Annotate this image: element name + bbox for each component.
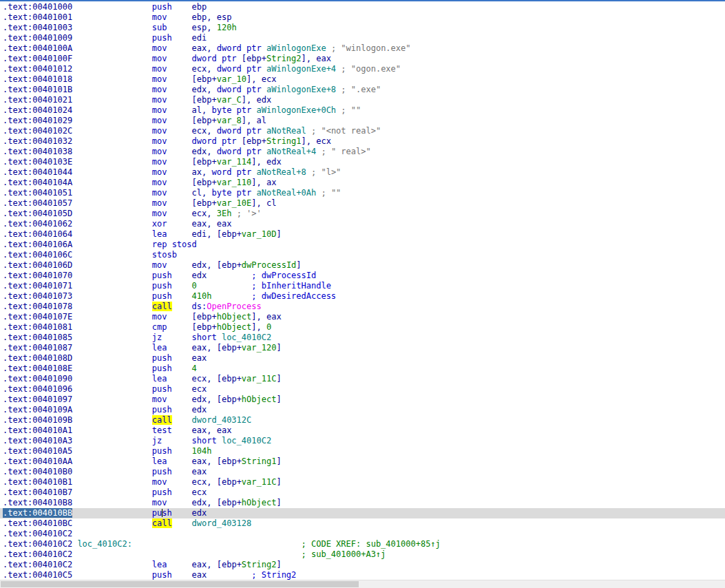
address-label[interactable]: .text:004010A5 [3,446,72,456]
address-label[interactable]: .text:00401071 [3,281,72,291]
disasm-line[interactable]: .text:00401029 mov [ebp+var_8], al [0,116,725,126]
disasm-line[interactable]: .text:004010BC call dword_403128 [0,518,725,529]
address-label[interactable]: .text:0040103E [3,157,72,167]
address-label[interactable]: .text:00401064 [3,229,72,239]
address-label[interactable]: .text:0040109B [3,415,72,425]
imported-function-name[interactable]: OpenProcess [207,302,261,311]
disasm-line[interactable]: .text:00401090 lea ecx, [ebp+var_11C] [0,374,725,384]
disasm-line[interactable]: .text:00401032 mov dword ptr [ebp+String… [0,136,725,147]
disasm-line[interactable]: .text:0040108E push 4 [0,364,725,374]
disasm-line[interactable]: .text:004010B1 mov ecx, [ebp+var_11C] [0,477,725,487]
disasm-line[interactable]: .text:0040103E mov [ebp+var_114], edx [0,157,725,167]
disasm-line[interactable]: .text:004010B8 mov edx, [ebp+hObject] [0,498,725,508]
label[interactable]: loc_4010C2: [77,539,132,549]
disasm-line[interactable]: .text:0040106C stosb [0,250,725,260]
disasm-line[interactable]: .text:00401085 jz short loc_4010C2 [0,333,725,343]
disasm-line[interactable]: .text:00401021 mov [ebp+var_C], edx [0,95,725,105]
disasm-line[interactable]: .text:00401009 push edi [0,33,725,43]
address-label[interactable]: .text:004010C5 [3,570,72,580]
address-label[interactable]: .text:0040108D [3,353,72,363]
disasm-line[interactable]: .text:0040109A push edx [0,405,725,415]
address-label[interactable]: .text:00401001 [3,12,72,22]
disasm-line[interactable]: .text:00401073 push 410h ; dwDesiredAcce… [0,291,725,302]
address-label[interactable]: .text:004010C2 [3,539,72,549]
address-label[interactable]: .text:004010B8 [3,498,72,507]
local-variable[interactable]: var_10E [217,198,252,208]
local-variable[interactable]: var_120 [242,343,277,353]
symbol-name[interactable]: aWinlogonExe+8 [266,85,336,94]
disasm-line[interactable]: .text:0040102C mov ecx, dword ptr aNotRe… [0,126,725,136]
disasm-line[interactable]: .text:00401070 push edx ; dwProcessId [0,271,725,281]
address-label[interactable]: .text:00401029 [3,116,72,125]
address-label[interactable]: .text:0040100F [3,54,72,63]
disasm-line[interactable]: .text:0040100F mov dword ptr [ebp+String… [0,54,725,64]
disasm-line[interactable]: .text:00401018 mov [ebp+var_10], ecx [0,74,725,85]
address-label[interactable]: .text:00401070 [3,271,72,280]
disasm-line[interactable]: .text:004010C2 loc_4010C2: ; CODE XREF: … [0,539,725,549]
disasm-line[interactable]: .text:004010B7 push ecx [0,487,725,498]
address-label[interactable]: .text:00401078 [3,302,72,311]
disasm-line[interactable]: .text:004010A5 push 104h [0,446,725,456]
address-label[interactable]: .text:004010C2 [3,549,72,559]
address-label[interactable]: .text:00401003 [3,23,72,32]
disasm-line[interactable]: .text:004010C5 push eax ; String2 [0,570,725,580]
address-label[interactable]: .text:004010B7 [3,487,72,497]
local-variable[interactable]: var_10 [217,74,246,84]
local-variable[interactable]: hObject [242,395,277,404]
disasm-line[interactable]: .text:0040108D push eax [0,353,725,364]
disasm-line[interactable]: .text:00401003 sub esp, 120h [0,23,725,33]
disasm-line[interactable]: .text:0040100A mov eax, dword ptr aWinlo… [0,43,725,54]
local-variable[interactable]: String2 [242,560,277,569]
disasm-line[interactable]: .text:004010B0 push eax [0,467,725,477]
disasm-line[interactable]: .text:00401081 cmp [ebp+hObject], 0 [0,322,725,333]
address-label[interactable]: .text:00401044 [3,167,72,177]
address-label[interactable]: .text:004010C2 [3,560,72,569]
symbol-name[interactable]: dword_403128 [192,518,252,528]
address-label[interactable]: .text:00401024 [3,105,72,115]
horizontal-scrollbar[interactable] [0,580,725,588]
local-variable[interactable]: var_110 [217,178,252,187]
disasm-line[interactable]: .text:00401078 call ds:OpenProcess [0,302,725,312]
address-label[interactable]: .text:00401085 [3,333,72,342]
address-label[interactable]: .text:0040107E [3,312,72,322]
local-variable[interactable]: var_11C [242,477,277,487]
disasm-line[interactable]: .text:004010A3 jz short loc_4010C2 [0,436,725,446]
disasm-line[interactable]: .text:0040106D mov edx, [ebp+dwProcessId… [0,260,725,271]
xref-comment[interactable]: ; sub_401000+A3↑j [302,549,386,559]
address-label[interactable]: .text:00401021 [3,95,72,105]
symbol-name[interactable]: aNotReal [266,126,306,136]
symbol-name[interactable]: aNotReal+4 [266,147,316,156]
address-label[interactable]: .text:00401018 [3,74,72,84]
address-label[interactable]: .text:00401081 [3,322,72,332]
local-variable[interactable]: var_114 [217,157,252,167]
disasm-line[interactable]: .text:00401062 xor eax, eax [0,219,725,229]
scrollbar-thumb[interactable] [1,581,359,587]
disasm-line[interactable]: .text:004010AA lea eax, [ebp+String1] [0,456,725,467]
local-variable[interactable]: hObject [217,312,252,322]
local-variable[interactable]: hObject [242,498,277,507]
address-label[interactable]: .text:0040106A [3,240,72,249]
disasm-line[interactable]: .text:004010A1 test eax, eax [0,426,725,436]
disasm-line[interactable]: .text:00401087 lea eax, [ebp+var_120] [0,343,725,353]
address-label[interactable]: .text:0040101B [3,85,72,94]
disassembly-view[interactable]: .text:00401000 push ebp.text:00401001 mo… [0,1,725,580]
address-label[interactable]: .text:00401096 [3,384,72,394]
address-label[interactable]: .text:00401000 [3,2,72,12]
disasm-line[interactable]: .text:00401064 lea edi, [ebp+var_10D] [0,229,725,240]
symbol-name[interactable]: aWinlogonExe+0Ch [257,105,337,115]
disasm-line[interactable]: .text:00401051 mov cl, byte ptr aNotReal… [0,188,725,198]
local-variable[interactable]: var_10D [242,229,277,239]
symbol-name[interactable]: aWinlogonExe [266,43,326,53]
disasm-line[interactable]: .text:00401097 mov edx, [ebp+hObject] [0,395,725,405]
address-label[interactable]: .text:004010BB [3,508,72,518]
address-label[interactable]: .text:004010C2 [3,529,72,538]
disasm-line[interactable]: .text:004010C2 lea eax, [ebp+String2] [0,560,725,570]
address-label[interactable]: .text:00401032 [3,136,72,146]
local-variable[interactable]: hObject [217,322,252,332]
disasm-line[interactable]: .text:0040106A rep stosd [0,240,725,250]
address-label[interactable]: .text:00401012 [3,64,72,74]
address-label[interactable]: .text:0040106D [3,260,72,270]
address-label[interactable]: .text:004010A3 [3,436,72,445]
local-variable[interactable]: String1 [242,456,277,466]
address-label[interactable]: .text:00401051 [3,188,72,198]
